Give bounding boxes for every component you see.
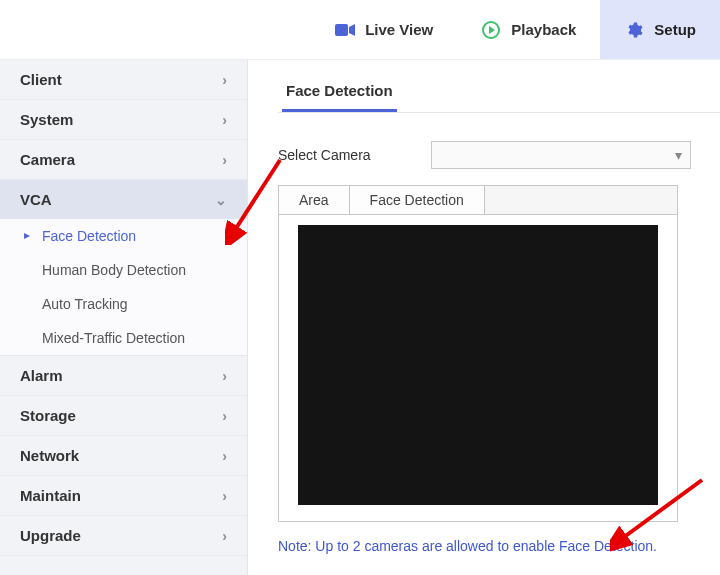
- sidebar-label: Alarm: [20, 367, 63, 384]
- select-camera-label: Select Camera: [278, 147, 371, 163]
- chevron-right-icon: ›: [222, 72, 227, 88]
- inner-tab-face-detection[interactable]: Face Detection: [350, 186, 485, 214]
- video-preview: [298, 225, 658, 505]
- nav-live-view[interactable]: Live View: [311, 0, 457, 59]
- chevron-right-icon: ›: [222, 408, 227, 424]
- select-camera-dropdown[interactable]: ▾: [431, 141, 691, 169]
- camera-icon: [335, 21, 355, 39]
- nav-live-label: Live View: [365, 21, 433, 38]
- chevron-right-icon: ›: [222, 368, 227, 384]
- sidebar-group-alarm[interactable]: Alarm ›: [0, 356, 247, 396]
- chevron-right-icon: ›: [222, 488, 227, 504]
- preview-panel: Area Face Detection: [278, 185, 678, 522]
- sidebar-group-system[interactable]: System ›: [0, 100, 247, 140]
- chevron-right-icon: ›: [222, 152, 227, 168]
- inner-tab-area[interactable]: Area: [279, 186, 350, 214]
- sidebar-item-face-detection[interactable]: Face Detection: [0, 219, 247, 253]
- sidebar-group-camera[interactable]: Camera ›: [0, 140, 247, 180]
- nav-playback[interactable]: Playback: [457, 0, 600, 59]
- sidebar-label: System: [20, 111, 73, 128]
- sidebar-label: Storage: [20, 407, 76, 424]
- main-content: Face Detection Select Camera ▾ Area Face…: [248, 60, 720, 575]
- sidebar-group-maintain[interactable]: Maintain ›: [0, 476, 247, 516]
- svg-rect-0: [335, 24, 348, 36]
- sidebar-item-human-body-detection[interactable]: Human Body Detection: [0, 253, 247, 287]
- top-nav: Live View Playback Setup: [0, 0, 720, 60]
- sidebar-label: Client: [20, 71, 62, 88]
- sidebar-group-upgrade[interactable]: Upgrade ›: [0, 516, 247, 556]
- note-text: Note: Up to 2 cameras are allowed to ena…: [278, 538, 720, 554]
- sidebar-group-vca[interactable]: VCA ⌄ Face Detection Human Body Detectio…: [0, 180, 247, 356]
- nav-setup[interactable]: Setup: [600, 0, 720, 59]
- sidebar-label: Camera: [20, 151, 75, 168]
- sidebar-label: VCA: [20, 191, 52, 208]
- chevron-right-icon: ›: [222, 448, 227, 464]
- sidebar-label: Upgrade: [20, 527, 81, 544]
- sidebar-label: Network: [20, 447, 79, 464]
- nav-playback-label: Playback: [511, 21, 576, 38]
- sidebar: Client › System › Camera › VCA ⌄ Face D: [0, 60, 248, 575]
- sidebar-item-auto-tracking[interactable]: Auto Tracking: [0, 287, 247, 321]
- chevron-right-icon: ›: [222, 528, 227, 544]
- sidebar-label: Maintain: [20, 487, 81, 504]
- dropdown-caret-icon: ▾: [675, 147, 682, 163]
- chevron-right-icon: ›: [222, 112, 227, 128]
- play-icon: [481, 21, 501, 39]
- gear-icon: [624, 21, 644, 39]
- sidebar-group-storage[interactable]: Storage ›: [0, 396, 247, 436]
- sidebar-subgroup-vca: Face Detection Human Body Detection Auto…: [0, 219, 247, 355]
- sidebar-group-network[interactable]: Network ›: [0, 436, 247, 476]
- sidebar-group-client[interactable]: Client ›: [0, 60, 247, 100]
- chevron-down-icon: ⌄: [215, 192, 227, 208]
- tab-face-detection[interactable]: Face Detection: [282, 78, 397, 112]
- sidebar-item-mixed-traffic-detection[interactable]: Mixed-Traffic Detection: [0, 321, 247, 355]
- nav-setup-label: Setup: [654, 21, 696, 38]
